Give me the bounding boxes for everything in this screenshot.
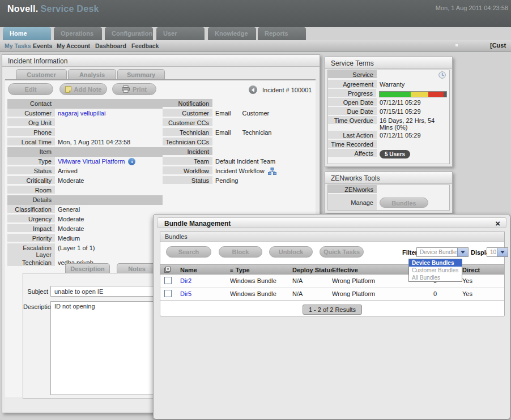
field-label: Technician <box>7 258 55 266</box>
field-label: Escalation Layer <box>7 243 55 258</box>
subnav-my-tasks[interactable]: My Tasks <box>5 42 31 49</box>
field-team: TeamDefault Incident Team <box>163 157 316 166</box>
search-button[interactable]: Search <box>166 246 211 258</box>
modal-title: Bundle Management <box>164 220 231 228</box>
field-label: Impact <box>7 224 55 232</box>
print-button[interactable]: Print <box>112 83 156 95</box>
nav-tab-operations[interactable]: Operations <box>54 27 102 40</box>
field-label: Time Overdue <box>328 116 377 124</box>
section-label: Incident <box>163 147 212 155</box>
unblock-button[interactable]: Unblock <box>269 246 313 258</box>
select-all-icon[interactable] <box>160 265 180 274</box>
close-icon[interactable]: × <box>495 218 500 228</box>
field-label: Agreement <box>328 80 377 88</box>
tab-description[interactable]: Description <box>65 263 110 273</box>
tab-analysis[interactable]: Analysis <box>68 69 116 79</box>
workflow-icon[interactable] <box>268 168 276 175</box>
block-button[interactable]: Block <box>219 246 262 258</box>
service-terms-fields: Service AgreementWarranty Progress Open … <box>327 70 450 164</box>
nav-tab-knowledge[interactable]: Knowledge <box>208 27 256 40</box>
field-criticality: CriticalityModerate <box>7 176 163 186</box>
incident-left-fields: Contact Customernagaraj vellupillai Org … <box>7 99 163 268</box>
tab-notes[interactable]: Notes <box>117 263 157 273</box>
row-checkbox[interactable] <box>164 290 172 297</box>
sort-icon: ≡ <box>230 267 233 273</box>
chevron-down-icon[interactable] <box>497 248 508 256</box>
field-label: Customer CCs <box>163 118 212 126</box>
field-manage: ManageBundles <box>328 194 449 210</box>
field-label: Classification <box>7 205 55 213</box>
field-label: Status <box>163 176 212 184</box>
field-technician-ccs: Technician CCs <box>163 138 316 147</box>
section-label: Details <box>7 195 55 203</box>
chevron-down-icon[interactable] <box>457 248 468 256</box>
field-label: Customer <box>163 109 212 117</box>
dropdown-option-device-bundles[interactable]: Device Bundles <box>409 259 462 267</box>
section-notification: Notification <box>163 99 316 109</box>
nav-tab-reports[interactable]: Reports <box>258 27 306 40</box>
bundle-link[interactable]: Dir2 <box>180 277 191 284</box>
incident-number: Incident # 100001 <box>262 87 312 93</box>
section-label: ZENworks <box>328 185 377 193</box>
tab-customer[interactable]: Customer <box>16 69 67 79</box>
clock-icon[interactable] <box>438 71 446 79</box>
section-incident: Incident <box>163 147 316 157</box>
header-datetime: Mon, 1 Aug 2011 04:23:58 <box>436 5 508 11</box>
zenworks-tools-panel: ZENworks Tools ZENworks ManageBundles <box>325 172 453 213</box>
edit-button[interactable]: Edit <box>8 83 53 95</box>
display-select[interactable]: 10 <box>487 247 508 257</box>
col-header-direct[interactable]: Direct <box>462 265 504 274</box>
zenworks-fields: ZENworks ManageBundles <box>327 185 450 211</box>
field-notify-customer: CustomerEmailCustomer <box>163 109 316 118</box>
subnav-my-account[interactable]: My Account <box>57 42 90 49</box>
subject-label: Subject <box>24 288 48 295</box>
bundle-management-modal: Bundle Management × Bundles Search Block… <box>153 214 510 419</box>
field-label: Progress <box>328 89 376 97</box>
subnav-feedback[interactable]: Feedback <box>131 42 159 49</box>
field-progress: Progress <box>328 89 449 98</box>
field-local-time: Local TimeMon, 1 Aug 2011 04:23:58 <box>7 138 163 147</box>
field-status: StatusArrived <box>7 166 163 176</box>
field-label: Urgency <box>7 215 55 222</box>
field-label: Manage <box>328 194 377 210</box>
section-label: Notification <box>163 99 212 107</box>
subnav-events[interactable]: Events <box>33 42 52 49</box>
nav-tab-user[interactable]: User <box>156 27 205 40</box>
customer-link[interactable]: nagaraj vellupillai <box>58 110 105 117</box>
col-header-type[interactable]: ≡Type <box>230 265 292 274</box>
section-zenworks: ZENworks <box>328 185 449 194</box>
dropdown-option-all-bundles[interactable]: All Bundles <box>409 274 462 281</box>
bundles-button[interactable]: Bundles <box>380 198 428 208</box>
results-count: 1 - 2 of 2 Results <box>303 305 362 315</box>
item-type-link[interactable]: VMware Virtual Platform <box>58 158 125 165</box>
note-icon <box>65 86 71 93</box>
quick-tasks-button[interactable]: Quick Tasks <box>320 246 364 258</box>
nav-tab-home[interactable]: Home <box>3 27 51 40</box>
info-icon[interactable]: i <box>128 158 135 165</box>
section-label: Item <box>7 147 55 155</box>
incident-panel-title: Incident Information <box>2 55 320 67</box>
zenworks-title: ZENworks Tools <box>325 172 452 184</box>
filter-select[interactable]: Device Bundles <box>416 247 469 257</box>
dropdown-option-customer-bundles[interactable]: Customer Bundles <box>409 267 462 274</box>
field-label: Workflow <box>163 166 212 174</box>
service-terms-title: Service Terms <box>325 57 452 69</box>
progress-bar <box>379 91 447 97</box>
field-label: Room <box>7 186 55 194</box>
add-note-button[interactable]: Add Note <box>59 83 107 95</box>
nav-tab-configuration[interactable]: Configuration <box>105 27 153 40</box>
col-header-deploy[interactable]: Deploy Status <box>292 265 332 274</box>
row-checkbox[interactable] <box>164 277 172 284</box>
logo-service-desk: Service Desk <box>41 4 99 14</box>
col-header-name[interactable]: Name <box>180 265 230 274</box>
tab-summary[interactable]: Summary <box>117 69 165 79</box>
field-label: Type <box>7 157 55 165</box>
back-icon[interactable] <box>249 85 257 94</box>
field-customer-ccs: Customer CCs <box>163 118 316 128</box>
service-terms-panel: Service Terms Service AgreementWarranty … <box>325 57 453 167</box>
bundle-link[interactable]: Dir5 <box>180 290 191 297</box>
main-nav: Home Operations Configuration User Knowl… <box>0 27 511 40</box>
logo-novell: Novell. <box>7 4 39 14</box>
field-phone: Phone <box>7 128 163 138</box>
subnav-dashboard[interactable]: Dashboard <box>95 42 126 49</box>
